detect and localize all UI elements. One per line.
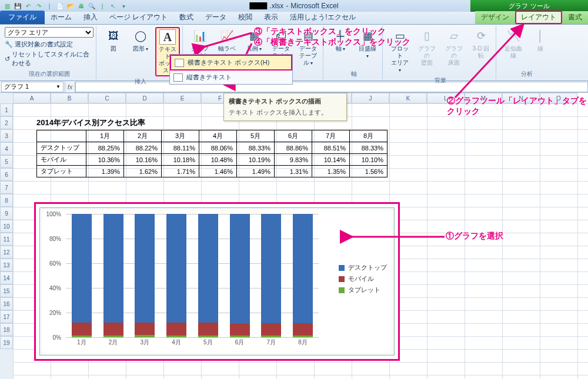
row-header[interactable]: 5 — [0, 155, 13, 168]
tab-format[interactable]: 書式 — [562, 11, 588, 24]
tab-addon[interactable]: 活用しよう!エクセル — [284, 11, 361, 24]
bar-segment[interactable] — [230, 336, 250, 337]
bar-segment[interactable] — [166, 214, 186, 323]
bar-column[interactable] — [166, 214, 186, 337]
bar-segment[interactable] — [103, 323, 123, 335]
chart-object[interactable]: 0%20%40%60%80%100% 1月2月3月4月5月6月7月8月 デスクト… — [34, 202, 400, 361]
horizontal-textbox-item[interactable]: 横書きテキスト ボックス(H) — [170, 55, 292, 71]
plot-area-button[interactable]: ▭プロット エリア — [387, 27, 412, 75]
bar-segment[interactable] — [135, 335, 155, 337]
window-title: .xlsx - Microsoft Excel — [249, 2, 338, 10]
open-icon[interactable]: 📂 — [66, 1, 75, 11]
undo-icon[interactable]: ↶ — [24, 1, 33, 11]
row-header[interactable]: 16 — [0, 297, 13, 310]
row-header[interactable]: 12 — [0, 246, 13, 259]
bar-segment[interactable] — [72, 336, 92, 337]
bar-segment[interactable] — [230, 324, 250, 336]
bar-segment[interactable] — [293, 214, 313, 323]
bar-column[interactable] — [198, 214, 218, 337]
vertical-textbox-item[interactable]: 縦書きテキスト — [170, 71, 292, 84]
row-header[interactable]: 3 — [0, 129, 13, 142]
bar-segment[interactable] — [72, 323, 92, 336]
bar-segment[interactable] — [135, 323, 155, 335]
bar-column[interactable] — [72, 214, 92, 337]
row-header[interactable]: 2 — [0, 116, 13, 129]
bar-column[interactable] — [230, 214, 250, 337]
column-header[interactable]: A — [13, 93, 51, 103]
tab-view[interactable]: 表示 — [258, 11, 284, 24]
column-header[interactable]: K — [389, 93, 427, 103]
bar-column[interactable] — [293, 214, 313, 337]
bar-segment[interactable] — [198, 323, 218, 335]
redo-icon[interactable]: ↷ — [34, 1, 44, 11]
reset-style-button[interactable]: ↺リセットしてスタイルに合わせる — [5, 49, 93, 68]
new-icon[interactable]: 📄 — [55, 1, 65, 11]
bar-segment[interactable] — [135, 214, 155, 323]
cursor-icon[interactable]: ↖ — [108, 1, 118, 11]
legend-item[interactable]: デスクトップ — [339, 263, 387, 272]
picture-button[interactable]: 🖼図 — [101, 27, 126, 54]
tab-file[interactable]: ファイル — [0, 11, 45, 24]
tab-review[interactable]: 校閲 — [232, 11, 258, 24]
bar-segment[interactable] — [72, 214, 92, 323]
bar-column[interactable] — [261, 214, 281, 337]
row-header[interactable]: 14 — [0, 271, 13, 284]
bar-segment[interactable] — [261, 323, 281, 336]
row-header[interactable]: 7 — [0, 181, 13, 194]
bar-segment[interactable] — [261, 336, 281, 337]
chart-area[interactable]: 0%20%40%60%80%100% 1月2月3月4月5月6月7月8月 デスクト… — [39, 207, 395, 355]
legend-item[interactable]: タブレット — [339, 286, 387, 294]
format-selection-button[interactable]: 🔧選択対象の書式設定 — [5, 39, 93, 49]
bar-segment[interactable] — [293, 336, 313, 337]
plot-area[interactable] — [66, 214, 319, 337]
column-header[interactable]: C — [88, 93, 126, 103]
tab-insert[interactable]: 挿入 — [78, 11, 103, 24]
preview-icon[interactable]: 🔍 — [87, 1, 96, 11]
legend[interactable]: デスクトップモバイルタブレット — [339, 261, 387, 297]
qat-more-icon[interactable]: ▾ — [119, 1, 128, 11]
bar-segment[interactable] — [103, 214, 123, 323]
row-header[interactable]: 6 — [0, 168, 13, 181]
bar-segment[interactable] — [293, 323, 313, 336]
print-icon[interactable]: 🖶 — [76, 1, 86, 11]
y-tick: 20% — [49, 310, 61, 316]
save-icon[interactable]: 💾 — [13, 1, 22, 11]
row-header[interactable]: 18 — [0, 323, 13, 336]
row-header[interactable]: 19 — [0, 336, 13, 349]
row-header[interactable]: 13 — [0, 259, 13, 271]
bar-segment[interactable] — [166, 323, 186, 336]
tab-home[interactable]: ホーム — [45, 11, 78, 24]
bar-segment[interactable] — [230, 214, 250, 324]
tab-data[interactable]: データ — [199, 11, 232, 24]
column-header[interactable]: B — [51, 93, 88, 103]
row-header[interactable]: 17 — [0, 310, 13, 323]
bar-segment[interactable] — [103, 336, 123, 337]
tab-layout[interactable]: レイアウト — [515, 11, 562, 24]
tab-page-layout[interactable]: ページ レイアウト — [103, 11, 173, 24]
row-header[interactable]: 8 — [0, 194, 13, 207]
tab-design[interactable]: デザイン — [475, 11, 515, 24]
shapes-button[interactable]: ◯図形 — [128, 27, 153, 54]
table-row: タブレット1.39%1.62%1.71%1.46%1.49%1.31%1.35%… — [37, 166, 387, 177]
bar-segment[interactable] — [198, 214, 218, 323]
row-header[interactable]: 11 — [0, 233, 13, 246]
column-header[interactable]: D — [126, 93, 163, 103]
tab-formulas[interactable]: 数式 — [173, 11, 199, 24]
row-header[interactable]: 4 — [0, 142, 13, 155]
column-header[interactable]: E — [163, 93, 201, 103]
bar-column[interactable] — [135, 214, 155, 337]
name-box[interactable]: グラフ 1▼ — [1, 82, 64, 92]
row-header[interactable]: 1 — [0, 103, 13, 116]
bar-segment[interactable] — [198, 336, 218, 337]
chart-element-dropdown[interactable]: グラフ エリア — [5, 27, 93, 38]
bar-segment[interactable] — [261, 214, 281, 323]
column-header[interactable]: J — [352, 93, 389, 103]
row-header[interactable]: 10 — [0, 220, 13, 233]
row-header[interactable]: 9 — [0, 207, 13, 220]
bar-column[interactable] — [103, 214, 123, 337]
bar-segment[interactable] — [166, 336, 186, 337]
fx-icon[interactable]: fx — [65, 82, 75, 92]
legend-item[interactable]: モバイル — [339, 274, 387, 283]
row-header[interactable]: 15 — [0, 284, 13, 297]
chevron-down-icon[interactable]: ▼ — [56, 84, 61, 89]
